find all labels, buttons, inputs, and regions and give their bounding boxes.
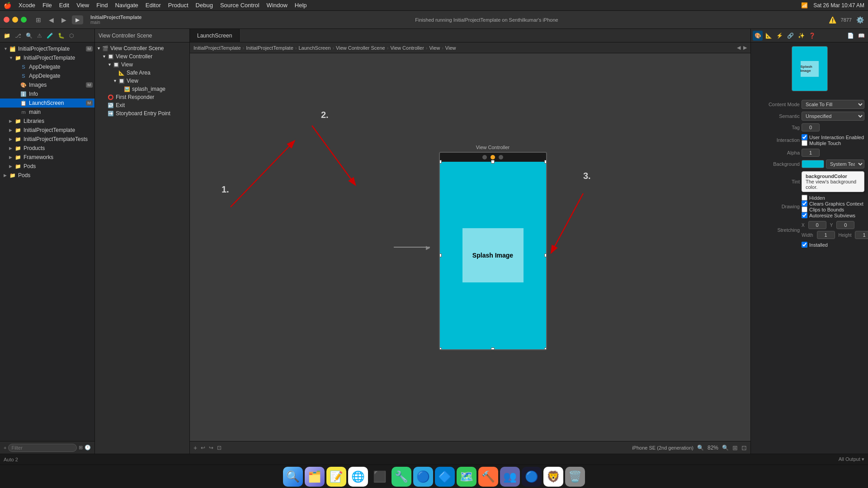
tree-item-libraries[interactable]: ▶ 📁 Libraries	[0, 117, 94, 126]
handle-br[interactable]	[544, 347, 547, 350]
inspector-tab-attributes[interactable]: 🎨	[753, 31, 763, 41]
multiple-touch-checkbox[interactable]	[802, 140, 807, 146]
dock-sourcetree[interactable]: 🔧	[392, 467, 411, 487]
handle-tc[interactable]	[491, 160, 495, 164]
hidden-checkbox[interactable]	[802, 195, 807, 201]
handle-tr[interactable]	[544, 160, 547, 164]
inspector-tab-effects[interactable]: ✨	[796, 31, 806, 41]
back-history-icon[interactable]: ↩	[201, 445, 205, 451]
dock-vscode[interactable]: 🔷	[435, 467, 455, 487]
breadcrumb-item-4[interactable]: View Controller	[390, 45, 424, 51]
inspector-tab-bindings[interactable]: 🔗	[785, 31, 795, 41]
breadcrumb-item-6[interactable]: View	[445, 45, 456, 51]
inspector-tab-file[interactable]: 📄	[845, 31, 855, 41]
user-interaction-checkbox[interactable]	[802, 134, 807, 140]
scene-item-splash-image[interactable]: 🖼️ splash_image	[95, 85, 189, 93]
tag-input[interactable]	[802, 123, 820, 131]
alpha-input[interactable]	[802, 149, 820, 157]
tree-item-images[interactable]: 🎨 Images M	[0, 80, 94, 89]
breadcrumb-item-0[interactable]: InitialProjectTemplate	[193, 45, 241, 51]
issues-nav-icon[interactable]: ⚠	[35, 32, 44, 40]
scene-item-vc[interactable]: ▼ 🔲 View Controller	[95, 52, 189, 61]
filter-recent-icon[interactable]: 🕐	[85, 445, 91, 450]
breadcrumb-back-icon[interactable]: ◀	[737, 45, 741, 51]
tree-item-project[interactable]: ▼ 📁 InitialProjectTemplate	[0, 53, 94, 62]
scene-item-first-responder[interactable]: ⭕ First Responder	[95, 93, 189, 101]
tree-item-initialproject2[interactable]: ▶ 📁 InitialProjectTemplate	[0, 126, 94, 135]
inspector-tab-quick-help[interactable]: 📖	[856, 31, 866, 41]
maximize-button[interactable]	[21, 17, 27, 23]
dock-telegram[interactable]: 🔵	[413, 467, 433, 487]
forward-history-icon[interactable]: ↪	[209, 445, 213, 451]
x-input[interactable]	[808, 221, 826, 229]
apple-menu[interactable]: 🍎	[4, 2, 11, 9]
dock-launchpad[interactable]: 🗂️	[305, 467, 325, 487]
menu-file[interactable]: File	[42, 2, 52, 9]
tree-item-info[interactable]: ℹ️ Info	[0, 89, 94, 99]
menu-find[interactable]: Find	[96, 2, 108, 9]
fit-icon[interactable]: ⊞	[732, 444, 738, 451]
breakpoints-nav-icon[interactable]: ⬡	[67, 32, 75, 40]
content-mode-select[interactable]: Scale To Fill	[802, 100, 864, 109]
scene-item-vc-scene[interactable]: ▼ 🎬 View Controller Scene	[95, 44, 189, 52]
canvas-tab-launchscreen[interactable]: LaunchScreen	[190, 29, 240, 42]
filter-input[interactable]	[8, 444, 77, 452]
splash-image[interactable]: Splash Image	[462, 228, 524, 282]
width-input[interactable]	[817, 231, 835, 239]
tree-item-tests[interactable]: ▶ 📁 InitialProjectTemplateTests	[0, 135, 94, 144]
dock-postman[interactable]: 🔨	[478, 467, 498, 487]
dock-terminal[interactable]: ⬛	[370, 467, 390, 487]
zoom-out-icon[interactable]: 🔍	[697, 445, 704, 451]
menu-window[interactable]: Window	[267, 2, 288, 9]
minimize-button[interactable]	[12, 17, 18, 23]
autoresize-checkbox[interactable]	[802, 212, 807, 218]
clears-graphics-checkbox[interactable]	[802, 201, 807, 206]
scene-item-entry-point[interactable]: ➡️ Storyboard Entry Point	[95, 109, 189, 117]
menu-view[interactable]: View	[76, 2, 89, 9]
warning-icon[interactable]: ⚠️	[828, 15, 837, 24]
breadcrumb-item-1[interactable]: InitialProjectTemplate	[246, 45, 293, 51]
dock-safari[interactable]: 🦁	[543, 467, 563, 487]
background-color-swatch[interactable]	[802, 160, 824, 168]
handle-bl[interactable]	[439, 347, 442, 350]
zoom-reset-icon[interactable]: ⊡	[741, 444, 747, 451]
tree-item-frameworks[interactable]: ▶ 📁 Frameworks	[0, 153, 94, 162]
search-nav-icon[interactable]: 🔍	[24, 32, 34, 40]
height-input[interactable]	[855, 231, 868, 239]
breadcrumb-item-5[interactable]: View	[429, 45, 440, 51]
tree-item-products[interactable]: ▶ 📁 Products	[0, 144, 94, 153]
background-select[interactable]: System Teal Color	[826, 160, 864, 169]
dock-chrome[interactable]: 🌐	[348, 467, 368, 487]
tree-item-pods-root[interactable]: ▶ 📁 Pods	[0, 171, 94, 180]
breadcrumb-forward-icon[interactable]: ▶	[743, 45, 747, 51]
zoom-in-icon[interactable]: 🔍	[722, 445, 729, 451]
plus-icon[interactable]: +	[4, 445, 6, 450]
scene-item-safe-area[interactable]: 📐 Safe Area	[95, 69, 189, 77]
menu-navigate[interactable]: Navigate	[115, 2, 138, 9]
handle-tl[interactable]	[439, 160, 442, 164]
forward-icon[interactable]: ▶	[59, 15, 68, 24]
inspector-tab-size[interactable]: 📐	[764, 31, 774, 41]
menu-xcode[interactable]: Xcode	[19, 2, 35, 9]
handle-bc[interactable]	[491, 347, 495, 350]
dock-simulator[interactable]: 🔵	[522, 467, 542, 487]
dock-trash[interactable]: 🗑️	[565, 467, 585, 487]
inspector-tab-help[interactable]: ❓	[807, 31, 817, 41]
scene-item-view2[interactable]: ▼ 🔲 View	[95, 77, 189, 85]
tree-item-root[interactable]: ▼ 🗂️ InitialProjectTemplate M	[0, 44, 94, 53]
folder-icon[interactable]: 📁	[2, 32, 12, 40]
menu-product[interactable]: Product	[168, 2, 189, 9]
menu-editor[interactable]: Editor	[146, 2, 161, 9]
layout-icon[interactable]: ⊡	[217, 445, 222, 451]
phone-screen[interactable]: Splash Image	[440, 162, 546, 349]
back-icon[interactable]: ◀	[47, 15, 56, 24]
tree-item-appdelegate2[interactable]: S AppDelegate	[0, 71, 94, 80]
filter-options-icon[interactable]: ⊞	[79, 445, 83, 450]
device-label[interactable]: iPhone SE (2nd generation)	[632, 445, 693, 450]
breadcrumb-item-3[interactable]: View Controller Scene	[336, 45, 385, 51]
dock-notes[interactable]: 📝	[326, 467, 346, 487]
settings-icon[interactable]: ⚙️	[855, 15, 864, 24]
semantic-select[interactable]: Unspecified	[802, 112, 864, 121]
add-object-icon[interactable]: +	[193, 444, 197, 451]
handle-ml[interactable]	[439, 253, 442, 257]
